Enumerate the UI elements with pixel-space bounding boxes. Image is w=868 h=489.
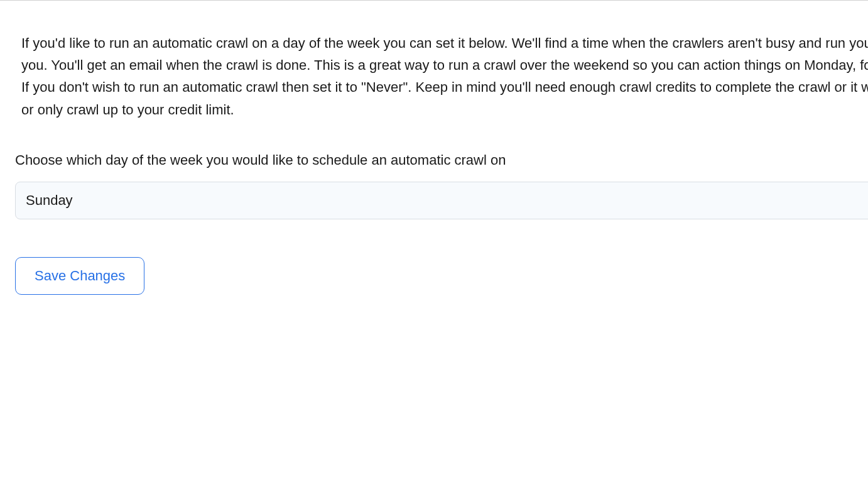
crawl-schedule-description: If you'd like to run an automatic crawl … xyxy=(21,32,868,121)
day-select-wrapper: Sunday xyxy=(15,182,868,219)
day-select[interactable]: Sunday xyxy=(15,182,868,219)
save-changes-button[interactable]: Save Changes xyxy=(15,257,144,295)
settings-content: If you'd like to run an automatic crawl … xyxy=(0,1,868,295)
day-select-label: Choose which day of the week you would l… xyxy=(15,151,868,170)
